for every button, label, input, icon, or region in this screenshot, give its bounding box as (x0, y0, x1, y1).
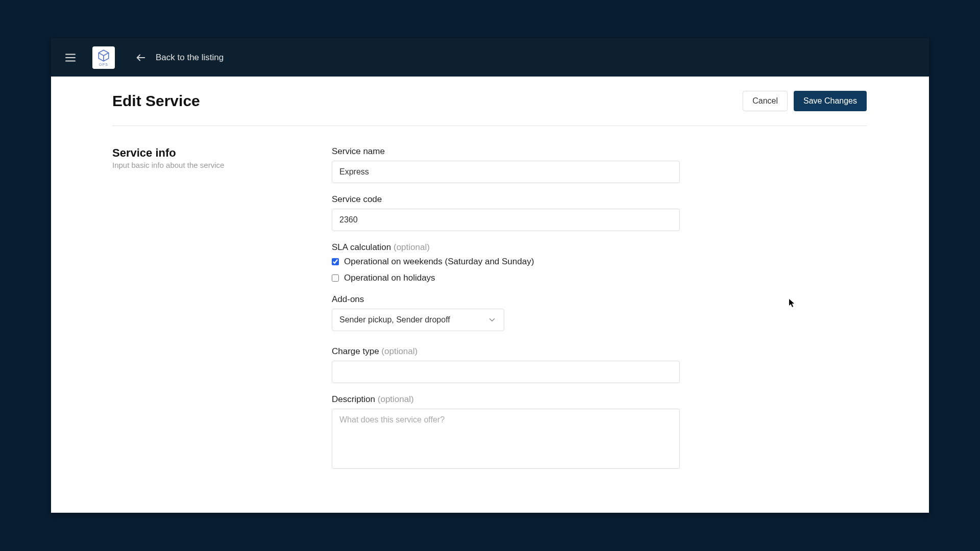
sla-holidays-label: Operational on holidays (344, 273, 435, 283)
service-name-label: Service name (332, 146, 680, 157)
addons-value: Sender pickup, Sender dropoff (339, 315, 450, 324)
section-title: Service info (112, 146, 332, 160)
page-body: Edit Service Cancel Save Changes Service… (72, 77, 929, 482)
field-description: Description (optional) (332, 394, 680, 471)
charge-type-input[interactable] (332, 361, 680, 383)
description-input[interactable] (332, 409, 680, 469)
save-button[interactable]: Save Changes (794, 91, 867, 111)
field-sla: SLA calculation (optional) Operational o… (332, 242, 680, 283)
field-charge-type: Charge type (optional) (332, 346, 680, 383)
chevron-down-icon (487, 315, 497, 324)
form-section: Service info Input basic info about the … (112, 146, 867, 482)
cube-icon (97, 49, 110, 62)
app-window: OPS Back to the listing Edit Service Can… (51, 38, 929, 513)
sla-weekends-checkbox[interactable] (332, 258, 339, 265)
form-fields: Service name Service code SLA calculatio… (332, 146, 680, 482)
topbar: OPS Back to the listing (51, 38, 929, 77)
menu-button[interactable] (51, 38, 89, 77)
field-addons: Add-ons Sender pickup, Sender dropoff (332, 294, 680, 331)
sla-holidays-row[interactable]: Operational on holidays (332, 273, 680, 283)
header-actions: Cancel Save Changes (743, 91, 867, 111)
logo-caption: OPS (99, 63, 108, 66)
field-service-code: Service code (332, 194, 680, 231)
service-code-input[interactable] (332, 209, 680, 231)
sla-weekends-row[interactable]: Operational on weekends (Saturday and Su… (332, 257, 680, 267)
section-meta: Service info Input basic info about the … (112, 146, 332, 482)
sla-label: SLA calculation (optional) (332, 242, 680, 253)
service-code-label: Service code (332, 194, 680, 205)
charge-type-label: Charge type (optional) (332, 346, 680, 357)
app-logo[interactable]: OPS (92, 46, 115, 69)
addons-label: Add-ons (332, 294, 680, 305)
page-header: Edit Service Cancel Save Changes (112, 91, 867, 126)
description-label: Description (optional) (332, 394, 680, 405)
hamburger-icon (64, 51, 77, 64)
addons-select[interactable]: Sender pickup, Sender dropoff (332, 309, 504, 331)
field-service-name: Service name (332, 146, 680, 183)
sla-weekends-label: Operational on weekends (Saturday and Su… (344, 257, 534, 267)
section-subtitle: Input basic info about the service (112, 161, 332, 169)
service-name-input[interactable] (332, 161, 680, 183)
sla-holidays-checkbox[interactable] (332, 274, 339, 282)
arrow-left-icon (135, 52, 146, 63)
page-title: Edit Service (112, 92, 200, 110)
back-link[interactable]: Back to the listing (135, 52, 224, 63)
back-label: Back to the listing (156, 53, 224, 63)
cancel-button[interactable]: Cancel (743, 91, 788, 111)
